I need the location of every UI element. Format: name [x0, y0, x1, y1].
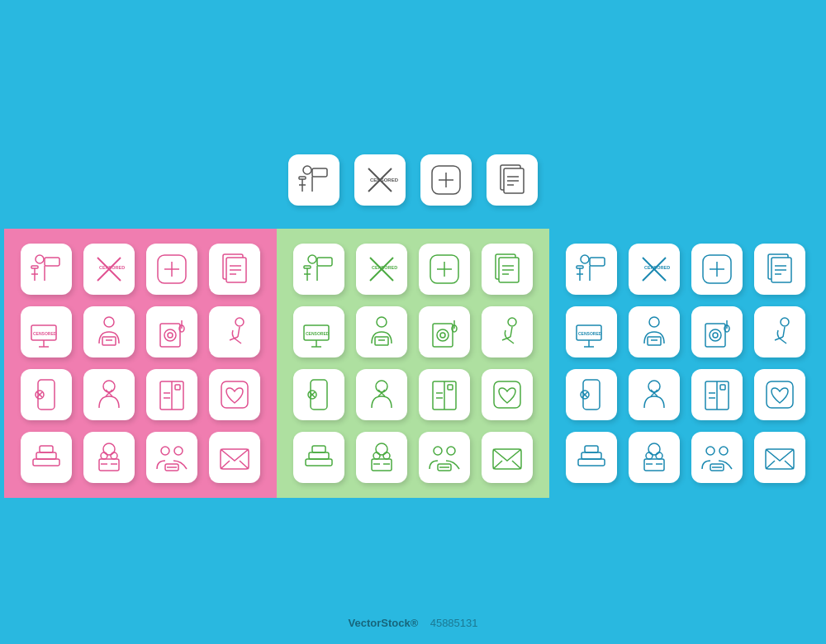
icon-medical-plus: [420, 154, 472, 206]
svg-point-0: [303, 166, 311, 174]
top-icons-row: CENSORED: [272, 146, 554, 214]
svg-rect-18: [31, 266, 38, 268]
svg-rect-178: [578, 459, 605, 466]
blue-row-4: [566, 432, 805, 483]
svg-point-69: [161, 447, 169, 455]
svg-point-183: [646, 452, 653, 459]
svg-point-135: [581, 255, 589, 263]
svg-rect-180: [585, 446, 598, 452]
svg-rect-21: [45, 258, 59, 266]
icon-blue-person-x: [629, 369, 680, 420]
icon-blue-envelope: [754, 432, 805, 483]
svg-rect-60: [33, 459, 59, 466]
icon-blue-candle-photo: [691, 306, 743, 358]
icon-pink-medical-plus: [146, 244, 197, 295]
icon-green-document: [482, 244, 533, 295]
svg-text:CENSORED: CENSORED: [644, 265, 670, 270]
svg-point-42: [164, 329, 176, 341]
svg-rect-64: [99, 459, 119, 471]
icon-green-group: [419, 432, 470, 483]
svg-point-187: [706, 447, 714, 455]
svg-point-124: [373, 452, 380, 459]
panel-green: CENSORED: [277, 229, 549, 498]
icon-pink-support: [83, 432, 135, 483]
svg-rect-182: [644, 459, 664, 471]
icon-blue-support: [629, 432, 680, 483]
svg-rect-119: [306, 459, 332, 466]
svg-point-38: [104, 317, 114, 327]
svg-rect-80: [317, 258, 332, 266]
icon-green-censored-board: CENSORED: [293, 306, 344, 358]
icon-document: [487, 154, 538, 206]
watermark-brand: VectorStock®: [348, 617, 418, 629]
icon-pink-book: [146, 369, 197, 420]
svg-point-17: [36, 255, 44, 263]
panel-pink: CENSORED: [4, 229, 277, 498]
svg-rect-98: [375, 337, 388, 345]
svg-point-125: [383, 452, 390, 459]
svg-text:CENSORED: CENSORED: [578, 331, 602, 336]
svg-point-110: [376, 381, 387, 392]
svg-text:CENSORED: CENSORED: [370, 178, 398, 182]
svg-point-164: [781, 318, 789, 326]
svg-rect-41: [160, 324, 180, 347]
svg-text:CENSORED: CENSORED: [33, 331, 57, 336]
icon-pink-document: [209, 244, 260, 295]
svg-point-43: [168, 333, 173, 338]
svg-text:CENSORED: CENSORED: [99, 265, 125, 270]
icon-pink-person-sign: [21, 244, 72, 295]
svg-rect-62: [40, 446, 53, 452]
svg-line-133: [493, 461, 502, 469]
icon-pink-person-x: [83, 369, 135, 420]
svg-point-160: [710, 329, 721, 341]
icon-pink-censored-board: CENSORED: [21, 306, 72, 358]
svg-rect-56: [175, 385, 180, 390]
panel-blue: CENSORED: [549, 229, 822, 498]
icon-green-person-sitting: [482, 306, 533, 358]
pink-row-1: CENSORED: [21, 244, 260, 295]
svg-rect-1: [299, 177, 306, 179]
svg-rect-174: [720, 385, 725, 390]
icon-pink-group: [146, 432, 197, 483]
green-row-4: [293, 432, 533, 483]
svg-rect-177: [767, 381, 793, 408]
svg-point-51: [103, 381, 115, 392]
svg-point-97: [377, 317, 387, 327]
icon-green-person-writing: [356, 306, 407, 358]
svg-line-192: [766, 461, 775, 469]
green-row-2: CENSORED: [293, 306, 533, 358]
svg-rect-121: [312, 446, 325, 452]
icon-green-shield-heart: [482, 369, 533, 420]
svg-line-75: [240, 461, 249, 469]
icon-green-book: [419, 369, 470, 420]
blue-row-3: [566, 369, 805, 420]
svg-rect-59: [221, 381, 248, 408]
svg-point-188: [719, 447, 728, 455]
svg-text:CENSORED: CENSORED: [372, 265, 397, 270]
icon-blue-medical-plus: [691, 244, 743, 295]
svg-line-193: [785, 461, 794, 469]
icon-blue-document: [754, 244, 805, 295]
icon-green-person-sign: [293, 244, 344, 295]
svg-rect-100: [433, 324, 453, 347]
icon-blue-person-sign: [566, 244, 617, 295]
icon-person-sign: [288, 154, 339, 206]
icon-pink-person-writing: [83, 306, 135, 358]
icon-blue-books-stack: [566, 432, 617, 483]
pink-row-2: CENSORED: [21, 306, 260, 358]
svg-line-74: [221, 461, 230, 469]
svg-rect-39: [102, 337, 116, 345]
pink-row-4: [21, 432, 260, 483]
watermark: VectorStock® 45885131: [0, 617, 826, 629]
svg-rect-120: [309, 452, 329, 459]
svg-rect-115: [448, 385, 453, 390]
icon-green-phone: [293, 369, 344, 420]
svg-rect-123: [372, 459, 392, 471]
icon-pink-person-sitting: [209, 306, 260, 358]
svg-rect-118: [494, 381, 520, 408]
svg-rect-157: [648, 337, 661, 345]
watermark-code: 45885131: [430, 617, 478, 629]
svg-rect-61: [36, 452, 56, 459]
icon-pink-envelope: [209, 432, 260, 483]
svg-point-184: [656, 452, 662, 459]
